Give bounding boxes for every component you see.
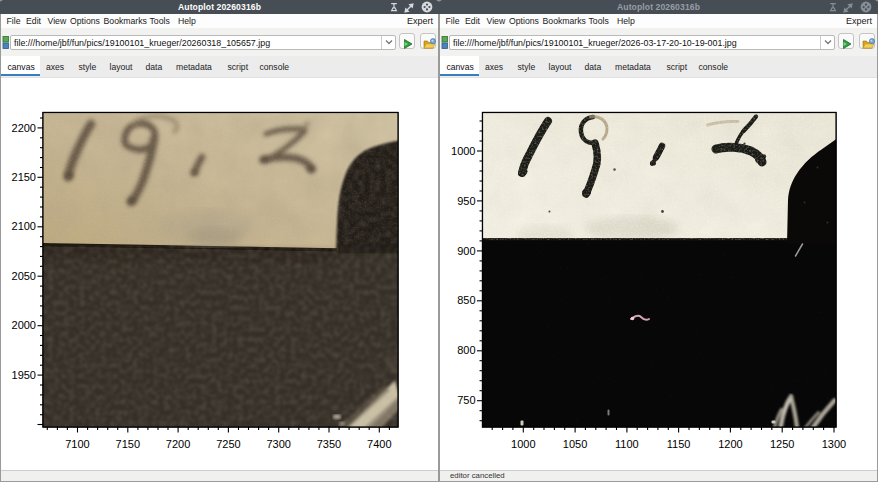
svg-text:1000: 1000 [511, 438, 535, 450]
svg-text:750: 750 [457, 394, 475, 406]
svg-text:7200: 7200 [166, 438, 190, 450]
svg-text:1000: 1000 [451, 145, 475, 157]
svg-text:7350: 7350 [317, 438, 341, 450]
svg-text:7250: 7250 [216, 438, 240, 450]
svg-text:7300: 7300 [266, 438, 290, 450]
svg-text:2150: 2150 [12, 171, 36, 183]
svg-text:1950: 1950 [12, 369, 36, 381]
svg-text:850: 850 [457, 294, 475, 306]
svg-text:7400: 7400 [367, 438, 391, 450]
svg-text:1300: 1300 [822, 438, 846, 450]
svg-text:1150: 1150 [667, 438, 691, 450]
svg-text:2050: 2050 [12, 270, 36, 282]
svg-text:1100: 1100 [615, 438, 639, 450]
svg-text:800: 800 [457, 344, 475, 356]
svg-text:1250: 1250 [770, 438, 794, 450]
svg-text:2000: 2000 [12, 319, 36, 331]
svg-text:900: 900 [457, 245, 475, 257]
svg-text:2100: 2100 [12, 220, 36, 232]
svg-text:1050: 1050 [563, 438, 587, 450]
svg-text:1200: 1200 [718, 438, 742, 450]
svg-text:2200: 2200 [12, 122, 36, 134]
svg-text:7100: 7100 [65, 438, 89, 450]
svg-text:7150: 7150 [116, 438, 140, 450]
svg-text:950: 950 [457, 195, 475, 207]
